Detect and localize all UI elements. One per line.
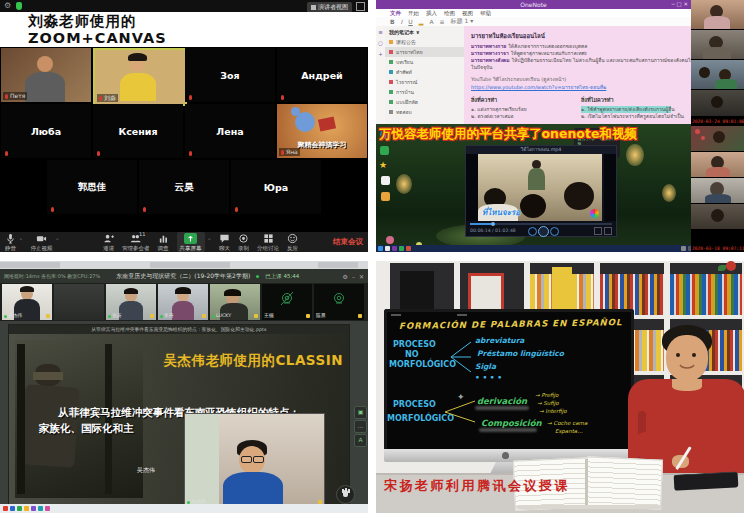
onenote-titlebar[interactable]: OneNote ─ □ ✕: [376, 0, 691, 9]
student-video-tile[interactable]: 张涛: [106, 284, 156, 320]
section-item[interactable]: 课程公告: [385, 37, 464, 47]
participants-button[interactable]: 11 管理参会者: [122, 233, 150, 251]
taskbar-icon[interactable]: [45, 506, 50, 511]
windows-taskbar[interactable]: [376, 245, 695, 252]
window-controls[interactable]: ⚙–✕: [343, 273, 364, 280]
taskbar-icon[interactable]: [24, 506, 29, 511]
strip-video-tile[interactable]: [691, 90, 744, 116]
next-button[interactable]: [550, 227, 559, 236]
section-item[interactable]: ไวยากรณ์: [385, 77, 464, 87]
video-tile[interactable]: Зоя: [185, 48, 275, 102]
minimize-icon[interactable]: –: [352, 273, 355, 280]
prev-button[interactable]: [528, 227, 537, 236]
section-item[interactable]: แบบฝึกหัด: [385, 97, 464, 107]
section-item[interactable]: คำศัพท์: [385, 67, 464, 77]
video-tile[interactable]: 云昊: [139, 160, 229, 214]
strip-video-tile[interactable]: [691, 60, 744, 89]
strip-video-tile[interactable]: [691, 204, 744, 229]
taskbar-icon[interactable]: [17, 506, 22, 511]
app-icon[interactable]: [380, 146, 389, 155]
fullscreen-icon[interactable]: [356, 2, 365, 11]
chat-panel-button[interactable]: …: [354, 420, 367, 433]
list-icon[interactable]: ≡: [440, 18, 445, 25]
taskbar-icon[interactable]: [38, 506, 43, 511]
start-icon[interactable]: [378, 246, 383, 251]
tab-draw[interactable]: 绘图: [444, 10, 455, 17]
strip-video-tile[interactable]: [691, 30, 744, 59]
classin-titlebar[interactable]: 网络延时:14ms 丢包率:0% 教室CPU:27% 东南亚历史与现状研究（二）…: [0, 269, 368, 283]
chat-button[interactable]: 聊天: [219, 233, 230, 251]
text-tool-button[interactable]: A: [354, 434, 367, 447]
security-shield-icon[interactable]: [16, 2, 22, 10]
italic-icon[interactable]: I: [401, 18, 403, 25]
video-tile[interactable]: 郭思佳: [47, 160, 137, 214]
taskbar-app[interactable]: [399, 246, 404, 251]
tab-insert[interactable]: 插入: [426, 10, 437, 17]
strip-video-tile[interactable]: [691, 152, 744, 177]
strip-video-tile[interactable]: [691, 126, 744, 151]
youtube-link[interactable]: https://www.youtube.com/watch?v=มารยาทไท…: [471, 83, 681, 91]
student-video-tile[interactable]: LUCKY: [210, 284, 260, 320]
highlight-icon[interactable]: ▂: [419, 18, 424, 25]
camera-off-tile[interactable]: 陈晨: [314, 284, 364, 320]
strip-video-tile[interactable]: [691, 0, 744, 29]
player-titlebar[interactable]: วิดีโอการสอน.mp4: [466, 146, 616, 154]
student-video-tile[interactable]: 李丹: [158, 284, 208, 320]
presenter-camera-overlay[interactable]: 吴杰伟: [184, 413, 325, 507]
reactions-button[interactable]: 反应: [287, 233, 298, 251]
video-tile[interactable]: Люба: [1, 104, 91, 158]
sync-icon[interactable]: +: [378, 51, 383, 57]
speaker-view-button[interactable]: 演讲者视图: [307, 2, 352, 13]
playlist-button[interactable]: [594, 227, 602, 235]
tablet[interactable]: [674, 471, 739, 490]
settings-gear-icon[interactable]: ⚙: [343, 273, 348, 280]
taskbar-onenote[interactable]: [392, 246, 397, 251]
taskbar-app[interactable]: [385, 246, 390, 251]
pptx-titlebar[interactable]: 从菲律宾马拉维冲突事件看东南亚恐怖组织的特点：家族化、国际化和主动化.pptx: [9, 325, 349, 334]
tab-help[interactable]: 帮助: [480, 10, 491, 17]
section-item-selected[interactable]: มารยาทไทย: [385, 47, 464, 57]
video-tile[interactable]: Лена: [185, 104, 275, 158]
taskbar-icon[interactable]: [10, 506, 15, 511]
breakout-rooms-button[interactable]: 分组讨论: [257, 233, 279, 251]
stop-video-button[interactable]: 停止视频: [31, 233, 53, 251]
style-dropdown[interactable]: 标题 1 ▾: [451, 17, 474, 26]
raise-hand-button[interactable]: [336, 485, 355, 504]
play-button[interactable]: [538, 226, 549, 237]
video-caret[interactable]: ˆ: [56, 238, 60, 246]
tab-home[interactable]: 开始: [408, 10, 419, 17]
fullscreen-button[interactable]: [604, 227, 612, 235]
camera-off-tile[interactable]: 王楠: [262, 284, 312, 320]
font-color-icon[interactable]: A: [429, 18, 433, 25]
board-tools-button[interactable]: ▣: [354, 406, 367, 419]
notebook-header[interactable]: 我的笔记本 ∨: [385, 26, 464, 37]
gear-icon[interactable]: ⚙: [4, 1, 11, 10]
video-tile[interactable]: Петя: [1, 48, 91, 102]
tray-icon[interactable]: [681, 246, 686, 251]
mute-button[interactable]: 静音: [5, 233, 16, 251]
search-icon[interactable]: ○: [378, 40, 383, 46]
taskbar-icon[interactable]: [3, 506, 8, 511]
record-button[interactable]: 录制: [238, 233, 249, 251]
section-item[interactable]: บทเรียน: [385, 57, 464, 67]
section-item[interactable]: ทดสอบ: [385, 107, 464, 117]
strip-video-tile[interactable]: [691, 178, 744, 203]
document-icon[interactable]: [381, 176, 390, 185]
polls-button[interactable]: 调查: [158, 233, 169, 251]
seek-handle[interactable]: [491, 222, 495, 226]
taskbar[interactable]: [0, 504, 368, 513]
seek-bar[interactable]: [470, 223, 612, 225]
video-tile[interactable]: Юра: [231, 160, 321, 214]
taskbar-app[interactable]: [406, 246, 411, 251]
video-player-window[interactable]: วิดีโอการสอน.mp4 ที่ไหนจะรอ 00:06:14 / 0…: [465, 145, 617, 237]
video-tile[interactable]: Андрей: [277, 48, 367, 102]
taskbar-icon[interactable]: [31, 506, 36, 511]
close-icon[interactable]: ✕: [359, 273, 364, 280]
folder-icon[interactable]: [381, 192, 390, 201]
section-item[interactable]: การบ้าน: [385, 87, 464, 97]
pptx-window[interactable]: 从菲律宾马拉维冲突事件看东南亚恐怖组织的特点：家族化、国际化和主动化.pptx …: [8, 324, 350, 506]
video-tile[interactable]: Ксения: [93, 104, 183, 158]
invite-button[interactable]: 邀请: [103, 233, 114, 251]
favorites-star-icon[interactable]: ★: [379, 160, 387, 170]
end-meeting-button[interactable]: 结束会议: [333, 237, 363, 247]
